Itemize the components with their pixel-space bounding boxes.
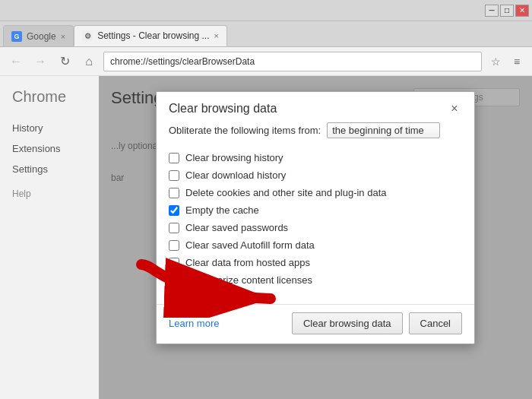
- tab-settings-label: Settings - Clear browsing ...: [97, 30, 209, 41]
- back-button[interactable]: ←: [6, 52, 26, 71]
- star-button[interactable]: ☆: [486, 52, 505, 71]
- checkbox-autofill-input[interactable]: [169, 240, 179, 251]
- close-button[interactable]: ✕: [515, 5, 529, 17]
- checkbox-autofill-label: Clear saved Autofill form data: [185, 239, 315, 251]
- checkbox-content-licenses-label: Deauthorize content licenses: [185, 274, 312, 286]
- forward-button[interactable]: →: [30, 52, 50, 71]
- sidebar: Chrome History Extensions Settings Help: [0, 76, 99, 399]
- checkbox-passwords-label: Clear saved passwords: [185, 222, 288, 233]
- cancel-button[interactable]: Cancel: [409, 312, 462, 334]
- checkbox-hosted-apps: Clear data from hosted apps: [169, 254, 462, 271]
- tab-settings[interactable]: ⚙ Settings - Clear browsing ... ×: [74, 25, 227, 46]
- dialog-actions: Clear browsing data Cancel: [292, 312, 462, 334]
- checkbox-cache-input[interactable]: [169, 205, 179, 216]
- content-area: Settings Search settings ...ly optionall…: [99, 76, 532, 399]
- dialog-close-button[interactable]: ×: [447, 101, 462, 116]
- sidebar-item-history[interactable]: History: [0, 118, 99, 138]
- checkbox-cookies: Delete cookies and other site and plug-i…: [169, 184, 462, 201]
- checkbox-cookies-label: Delete cookies and other site and plug-i…: [185, 187, 387, 198]
- checkbox-cache: Empty the cache: [169, 201, 462, 219]
- checkbox-cookies-input[interactable]: [169, 188, 179, 198]
- checkbox-passwords-input[interactable]: [169, 223, 179, 233]
- modal-overlay: Clear browsing data × Obliterate the fol…: [99, 76, 532, 399]
- checkbox-browsing-history-input[interactable]: [169, 153, 179, 163]
- reload-button[interactable]: ↻: [55, 52, 74, 71]
- sidebar-item-settings[interactable]: Settings: [0, 159, 99, 179]
- tab-google[interactable]: G Google ×: [3, 25, 74, 46]
- google-tab-icon: G: [11, 31, 22, 42]
- tab-settings-close[interactable]: ×: [214, 31, 219, 40]
- home-button[interactable]: ⌂: [79, 52, 99, 71]
- tab-google-close[interactable]: ×: [61, 32, 65, 41]
- checkbox-passwords: Clear saved passwords: [169, 219, 462, 236]
- sidebar-item-extensions[interactable]: Extensions: [0, 138, 99, 159]
- address-bar[interactable]: chrome://settings/clearBrowserData: [103, 52, 482, 71]
- clear-browsing-data-button[interactable]: Clear browsing data: [292, 312, 403, 334]
- obliterate-row: Obliterate the following items from: the…: [169, 122, 462, 138]
- checkbox-content-licenses: Deauthorize content licenses: [169, 271, 462, 289]
- sidebar-brand: Chrome: [0, 88, 99, 118]
- title-bar: ─ □ ✕: [0, 0, 532, 21]
- checkbox-cache-label: Empty the cache: [185, 204, 259, 216]
- checkbox-download-history-input[interactable]: [169, 170, 179, 181]
- checkbox-hosted-apps-input[interactable]: [169, 258, 179, 268]
- dialog-title: Clear browsing data: [169, 102, 277, 116]
- checkbox-browsing-history: Clear browsing history: [169, 149, 462, 166]
- time-range-select[interactable]: the beginning of time the past hour the …: [327, 122, 440, 138]
- dialog-body: Obliterate the following items from: the…: [157, 122, 474, 298]
- checkbox-hosted-apps-label: Clear data from hosted apps: [185, 257, 310, 268]
- dialog-footer: Learn more Clear browsing data Cancel: [157, 304, 474, 344]
- sidebar-help-section: Help: [0, 188, 99, 202]
- tab-bar: G Google × ⚙ Settings - Clear browsing .…: [0, 21, 532, 47]
- main-area: Chrome History Extensions Settings Help …: [0, 76, 532, 399]
- maximize-button[interactable]: □: [500, 5, 514, 17]
- checkbox-download-history: Clear download history: [169, 166, 462, 184]
- obliterate-label: Obliterate the following items from:: [169, 125, 321, 136]
- url-text: chrome://settings/clearBrowserData: [110, 56, 255, 67]
- learn-more-link[interactable]: Learn more: [169, 318, 219, 329]
- nav-right: ☆ ≡: [486, 52, 526, 71]
- clear-browsing-dialog: Clear browsing data × Obliterate the fol…: [156, 91, 475, 344]
- checkbox-content-licenses-input[interactable]: [169, 275, 179, 286]
- more-button[interactable]: ≡: [508, 52, 526, 71]
- checkbox-download-history-label: Clear download history: [185, 169, 286, 181]
- dialog-title-bar: Clear browsing data ×: [157, 92, 474, 122]
- settings-tab-icon: ⚙: [82, 30, 93, 41]
- nav-bar: ← → ↻ ⌂ chrome://settings/clearBrowserDa…: [0, 47, 532, 76]
- time-dropdown-wrapper: the beginning of time the past hour the …: [327, 122, 440, 138]
- checkbox-autofill: Clear saved Autofill form data: [169, 236, 462, 254]
- minimize-button[interactable]: ─: [485, 5, 499, 17]
- window-controls: ─ □ ✕: [485, 5, 529, 17]
- tab-google-label: Google: [27, 31, 56, 42]
- checkbox-browsing-history-label: Clear browsing history: [185, 152, 283, 163]
